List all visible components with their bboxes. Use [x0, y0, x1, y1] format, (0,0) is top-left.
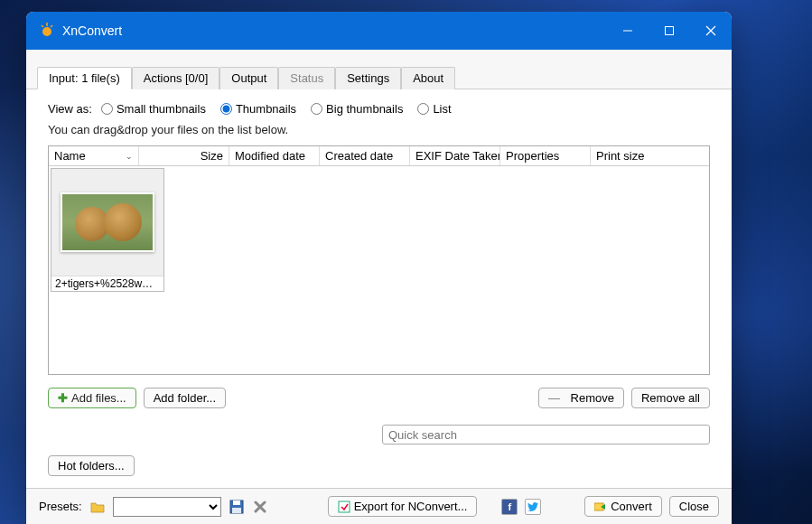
view-as-label: View as:: [48, 102, 92, 116]
column-headers: Name⌄ Size Modified date Created date EX…: [49, 146, 709, 166]
thumbnail-zone[interactable]: 2+tigers+%2528www...: [49, 166, 709, 374]
app-icon: [39, 23, 55, 39]
window-title: XnConvert: [62, 23, 122, 38]
svg-rect-5: [666, 27, 674, 35]
export-icon: [338, 501, 350, 513]
tab-bar: Input: 1 file(s) Actions [0/0] Output St…: [26, 66, 732, 89]
add-folder-button[interactable]: Add folder...: [144, 388, 226, 408]
tab-settings[interactable]: Settings: [335, 67, 401, 89]
tab-input[interactable]: Input: 1 file(s): [37, 67, 132, 89]
svg-line-2: [42, 25, 43, 27]
plus-icon: ✚: [58, 391, 68, 405]
sort-indicator-icon: ⌄: [126, 152, 133, 161]
tab-actions[interactable]: Actions [0/0]: [132, 67, 220, 89]
open-preset-icon[interactable]: [89, 499, 106, 515]
tab-output[interactable]: Output: [219, 67, 278, 89]
convert-icon: [594, 501, 607, 512]
convert-button[interactable]: Convert: [584, 496, 662, 517]
file-thumbnail-item[interactable]: 2+tigers+%2528www...: [51, 168, 164, 292]
col-print-size[interactable]: Print size: [591, 146, 709, 165]
app-window: XnConvert Input: 1 file(s) Actions [0/0]…: [26, 12, 732, 524]
close-button[interactable]: Close: [669, 496, 719, 517]
thumbnail-filename: 2+tigers+%2528www...: [51, 276, 163, 291]
tab-about[interactable]: About: [401, 67, 455, 89]
export-nconvert-button[interactable]: Export for NConvert...: [328, 496, 478, 517]
maximize-button[interactable]: [649, 12, 690, 50]
tab-status[interactable]: Status: [278, 67, 335, 89]
content-area: View as: Small thumbnails Thumbnails Big…: [26, 89, 732, 488]
view-as-row: View as: Small thumbnails Thumbnails Big…: [48, 102, 710, 116]
col-properties[interactable]: Properties: [500, 146, 591, 165]
svg-point-0: [42, 27, 51, 36]
delete-preset-icon[interactable]: [252, 499, 268, 515]
hot-folders-button[interactable]: Hot folders...: [48, 455, 135, 476]
radio-small-thumbnails[interactable]: Small thumbnails: [101, 102, 206, 116]
facebook-icon[interactable]: f: [501, 499, 518, 515]
drag-drop-hint: You can drag&drop your files on the list…: [48, 123, 710, 136]
add-files-button[interactable]: ✚Add files...: [48, 388, 136, 408]
col-modified[interactable]: Modified date: [229, 146, 320, 165]
thumbnail-image: [61, 192, 154, 252]
twitter-icon[interactable]: [525, 499, 541, 515]
quick-search-input[interactable]: [382, 425, 710, 444]
col-created[interactable]: Created date: [320, 146, 410, 165]
minimize-button[interactable]: [607, 12, 649, 50]
presets-label: Presets:: [39, 500, 82, 513]
close-window-button[interactable]: [690, 12, 732, 50]
radio-big-thumbnails[interactable]: Big thumbnails: [311, 102, 403, 116]
save-preset-icon[interactable]: [229, 499, 245, 515]
preset-select[interactable]: [113, 497, 221, 517]
svg-rect-10: [232, 508, 241, 513]
col-name[interactable]: Name⌄: [49, 146, 139, 165]
file-list-area: Name⌄ Size Modified date Created date EX…: [48, 145, 710, 375]
remove-all-button[interactable]: Remove all: [631, 388, 710, 408]
minus-icon: —: [548, 391, 560, 405]
svg-line-3: [51, 25, 52, 27]
svg-rect-9: [233, 501, 240, 505]
radio-thumbnails[interactable]: Thumbnails: [220, 102, 296, 116]
svg-rect-13: [339, 501, 350, 512]
remove-button[interactable]: — Remove: [538, 388, 624, 408]
radio-list[interactable]: List: [417, 102, 451, 116]
col-exif[interactable]: EXIF Date Taken: [410, 146, 500, 165]
bottom-bar: Presets: Export for NConvert... f Conver…: [26, 488, 732, 524]
col-size[interactable]: Size: [139, 146, 229, 165]
titlebar: XnConvert: [26, 12, 732, 50]
